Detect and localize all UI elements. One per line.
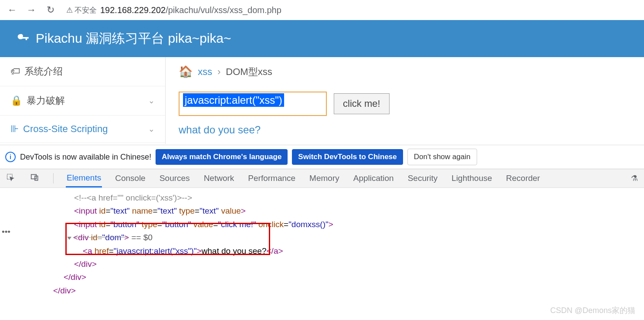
tab-elements[interactable]: Elements [66,170,102,187]
forward-button[interactable]: → [24,2,39,18]
lock-icon: 🔒 [10,95,22,106]
page-title: Pikachu 漏洞练习平台 pika~pika~ [36,30,231,48]
switch-chinese-button[interactable]: Switch DevTools to Chinese [292,149,403,165]
back-button[interactable]: ← [4,2,20,18]
src-line[interactable]: <div id="dom"> == $0 [67,231,635,244]
tab-lighthouse[interactable]: Lighthouse [451,170,493,187]
address-bar[interactable]: ⚠不安全 192.168.229.202/pikachu/vul/xss/xss… [62,5,640,15]
chevron-down-icon: ⌄ [148,124,155,134]
inspect-icon[interactable] [4,173,17,184]
content-area: 🏠 xss › DOM型xss javascript:alert("xss") … [166,57,644,144]
tag-icon: 🏷 [10,66,20,77]
src-line[interactable]: </div> [64,271,635,284]
dont-show-button[interactable]: Don't show again [407,149,477,165]
tab-application[interactable]: Application [353,170,395,187]
devtools-tabs: Elements Console Sources Network Perform… [0,169,644,188]
sidebar-item-xss[interactable]: ⊪Cross-Site Scripting ⌄ [0,116,165,143]
breadcrumb-xss[interactable]: xss [198,66,212,78]
watermark: CSDN @Demons家的猫 [550,305,635,316]
ellipsis-icon[interactable]: ••• [2,225,10,238]
breadcrumb: 🏠 xss › DOM型xss [179,65,631,78]
elements-source[interactable]: ••• <!--<a href="" onclick=('xss')>--> <… [0,188,644,301]
flask-icon[interactable]: ⚗ [629,174,640,183]
home-icon[interactable]: 🏠 [179,65,193,78]
tab-security[interactable]: Security [407,170,439,187]
svg-rect-1 [31,174,37,179]
info-icon: i [5,152,16,162]
page-header: Pikachu 漏洞练习平台 pika~pika~ [0,20,644,57]
tab-network[interactable]: Network [203,170,235,187]
src-line[interactable]: </div> [74,258,635,271]
device-icon[interactable] [29,173,41,184]
tab-sources[interactable]: Sources [159,170,191,187]
src-line[interactable]: </div> [53,284,635,297]
browser-toolbar: ← → ↻ ⚠不安全 192.168.229.202/pikachu/vul/x… [0,0,644,20]
key-icon [17,31,30,46]
always-match-button[interactable]: Always match Chrome's language [156,149,288,165]
src-line[interactable]: <!--<a href="" onclick=('xss')>--> [74,191,635,204]
sidebar-item-bruteforce[interactable]: 🔒暴力破解 ⌄ [0,86,165,116]
tab-memory[interactable]: Memory [308,170,340,187]
sidebar: 🏷系统介绍 🔒暴力破解 ⌄ ⊪Cross-Site Scripting ⌄ [0,57,166,144]
url-text: 192.168.229.202/pikachu/vul/xss/xss_dom.… [100,5,281,15]
xss-input[interactable]: javascript:alert("xss") [179,92,327,116]
src-line[interactable]: <input id="button" type="button" value="… [74,218,635,231]
insecure-icon: ⚠不安全 [66,5,97,15]
result-link[interactable]: what do you see? [179,124,261,136]
tab-performance[interactable]: Performance [247,170,296,187]
breadcrumb-current: DOM型xss [226,65,272,78]
tab-console[interactable]: Console [114,170,146,187]
sidebar-item-intro[interactable]: 🏷系统介绍 [0,57,165,86]
chevron-down-icon: ⌄ [148,96,155,106]
src-line[interactable]: <a href="javascript:alert("xss")">what d… [74,245,635,258]
notif-text: DevTools is now available in Chinese! [20,153,151,162]
bars-icon: ⊪ [10,123,19,135]
reload-button[interactable]: ↻ [43,2,58,18]
src-line[interactable]: <input id="text" name="text" type="text"… [74,204,635,218]
tab-recorder[interactable]: Recorder [505,170,541,187]
devtools-language-bar: i DevTools is now available in Chinese! … [0,145,644,169]
click-me-button[interactable]: click me! [334,93,390,114]
